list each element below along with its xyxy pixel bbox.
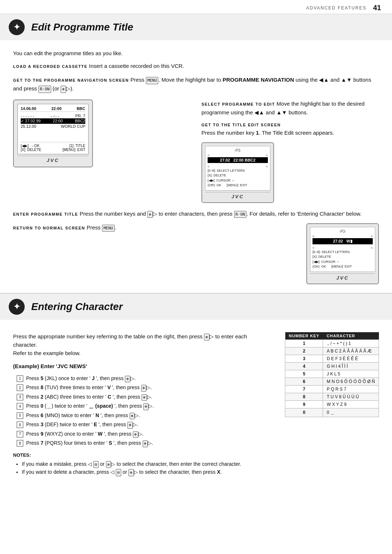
enter-title-label: ENTER PROGRAMME TITLE xyxy=(13,212,78,216)
table-cell-key: 3 xyxy=(285,355,323,362)
right-instructions-col: SELECT PROGRAMME TO EDIT Move the highli… xyxy=(201,99,379,203)
vcr-title-screen: -P3- ≈≈ 27.02 22:00 BBC2 ≈≈ [0–9]: SELEC… xyxy=(201,142,274,203)
table-cell-key: 8 xyxy=(285,393,323,400)
table-cell-key: 6 xyxy=(285,378,323,385)
note-item: If you make a mistake, press ◁ ⊟ or ⊕▷ t… xyxy=(22,460,269,468)
vcr-title-inner: -P3- ≈≈ 27.02 22:00 BBC2 ≈≈ [0–9]: SELEC… xyxy=(205,146,270,191)
vcr-main-screen: 14.06.00 22:00 BBC - - - - - - - -:- - P… xyxy=(13,99,93,167)
table-row: 9W X Y Z 9 xyxy=(285,400,379,408)
two-col-layout: 14.06.00 22:00 BBC - - - - - - - -:- - P… xyxy=(13,99,379,203)
vcr-row-worldcup: 25.12.00 WORLD CUP xyxy=(21,124,85,129)
notes-section: NOTES: If you make a mistake, press ◁ ⊟ … xyxy=(13,452,269,476)
return-instruction: RETURN TO NORMAL SCREEN Press MENU. xyxy=(13,223,281,232)
example-list: 1 Press 5 (JKL) once to enter ' J ', the… xyxy=(17,375,269,447)
vcr-second-jvc: JVC xyxy=(310,273,375,281)
enter-title-text: Press the number keys and ⊕▷ to enter ch… xyxy=(80,211,362,217)
vcr-title-row: 14.06.00 22:00 BBC xyxy=(21,106,85,112)
get-title-text: Press the number key 1. The Title Edit s… xyxy=(201,130,334,136)
list-item: 8 Press 7 (PQRS) four times to enter ' S… xyxy=(17,439,269,447)
table-cell-key: 4 xyxy=(285,362,323,370)
table-cell-char: 0 ＿ xyxy=(323,408,379,417)
col-header-key: NUMBER KEY xyxy=(285,332,323,340)
table-cell-char: M N O 6 Ô Ò Ó Ö Õ Ø Ñ xyxy=(323,378,379,385)
table-cell-char: P Q R S 7 xyxy=(323,385,379,393)
table-row: 5J K L 5 xyxy=(285,370,379,378)
table-cell-char: A B C 2 À Â Á Ã Ä Å Æ xyxy=(323,347,379,355)
table-cell-char: ., / – + * ( ) 1 xyxy=(323,339,379,347)
vcr-second-screen-col: -P3- ≈≈ 27.02 W▮ ≈≈ [0–9]: SELECT LETTER… xyxy=(306,223,379,284)
list-item: 1 Press 5 (JKL) once to enter ' J ', the… xyxy=(17,375,269,383)
char-table: NUMBER KEY CHARACTER 1., / – + * ( ) 12A… xyxy=(285,332,379,417)
table-row: 8T U V 8 Û Ù Ú Ü xyxy=(285,393,379,400)
edit-section-title: Edit Programme Title xyxy=(31,21,133,33)
edit-section-header: ✦ Edit Programme Title xyxy=(0,14,392,40)
page-header: ADVANCED FEATURES 41 xyxy=(0,0,392,14)
section-label: ADVANCED FEATURES xyxy=(306,5,367,11)
table-cell-key: 1 xyxy=(285,339,323,347)
table-row: 3D E F 3 È É Ê Ë xyxy=(285,355,379,362)
example-title: (Example) Enter 'JVC NEWS' xyxy=(13,362,269,370)
edit-intro: You can edit the programme titles as you… xyxy=(13,49,379,57)
load-label: LOAD A RECORDED CASSETTE xyxy=(13,64,87,69)
note-item: If you want to delete a character, press… xyxy=(22,468,269,476)
table-cell-char: W X Y Z 9 xyxy=(323,400,379,408)
return-text: Press MENU. xyxy=(87,224,116,231)
select-instruction: SELECT PROGRAMME TO EDIT Move the highli… xyxy=(201,99,379,117)
table-row: 6M N O 6 Ô Ò Ó Ö Õ Ø Ñ xyxy=(285,378,379,385)
vcr-main-col: 14.06.00 22:00 BBC - - - - - - - -:- - P… xyxy=(13,99,191,167)
char-table-col: NUMBER KEY CHARACTER 1., / – + * ( ) 12A… xyxy=(278,332,379,476)
edit-section-body: You can edit the programme titles as you… xyxy=(0,40,392,293)
table-cell-char: J K L 5 xyxy=(323,370,379,378)
col-header-char: CHARACTER xyxy=(323,332,379,340)
return-label: RETURN TO NORMAL SCREEN xyxy=(13,226,85,230)
table-row: 1., / – + * ( ) 1 xyxy=(285,339,379,347)
vcr-jvc-logo: JVC xyxy=(17,156,89,163)
load-instruction: LOAD A RECORDED CASSETTE Insert a casset… xyxy=(13,62,379,70)
list-item: 5 Press 6 (MNO) twice to enter ' N ', th… xyxy=(17,412,269,420)
notes-list: If you make a mistake, press ◁ ⊟ or ⊕▷ t… xyxy=(13,460,269,476)
table-row: 2A B C 2 À Â Á Ã Ä Å Æ xyxy=(285,347,379,355)
table-row: 00 ＿ xyxy=(285,408,379,417)
vcr-screen-inner: 14.06.00 22:00 BBC - - - - - - - -:- - P… xyxy=(17,104,89,154)
table-row: 4G H I 4 Î Ì Í xyxy=(285,362,379,370)
list-item: 2 Press 8 (TUV) three times to enter ' V… xyxy=(17,384,269,392)
list-item: 3 Press 2 (ABC) three times to enter ' C… xyxy=(17,393,269,401)
page-number: 41 xyxy=(373,4,381,12)
table-cell-key: 5 xyxy=(285,370,323,378)
enter-title-row: RETURN TO NORMAL SCREEN Press MENU. -P3-… xyxy=(13,223,379,284)
select-label: SELECT PROGRAMME TO EDIT xyxy=(201,102,275,106)
table-cell-key: 0 xyxy=(285,408,323,417)
entering-section-body: Press the appropriate number key referri… xyxy=(0,320,392,485)
vcr-row-dashes: - - - - - - - -:- - PR. 7 xyxy=(21,113,85,118)
table-cell-char: D E F 3 È É Ê Ë xyxy=(323,355,379,362)
entering-section-header: ✦ Entering Character xyxy=(0,294,392,320)
star-icon-2: ✦ xyxy=(9,299,25,315)
load-text: Insert a cassette recorded on this VCR. xyxy=(89,63,184,69)
enter-title-instruction: ENTER PROGRAMME TITLE Press the number k… xyxy=(13,209,379,218)
entering-section-title: Entering Character xyxy=(31,301,123,313)
vcr-footer: [◀▶]: →OK [1]: TITLE [X]: DELETE [MENU]:… xyxy=(21,142,85,152)
vcr-row-highlight: ✓ 27.02.99 22:00 BBC2 xyxy=(21,118,85,124)
table-cell-key: 7 xyxy=(285,385,323,393)
get-nav-instruction: GET TO THE PROGRAMME NAVIGATION SCREEN P… xyxy=(13,76,379,93)
get-title-instruction: GET TO THE TITLE EDIT SCREEN Press the n… xyxy=(201,122,379,137)
vcr-title-opts: [0–9]: SELECT LETTERS [X]: DELETE [◀▶]: … xyxy=(208,168,268,188)
notes-title: NOTES: xyxy=(13,452,269,458)
enter-char-left: Press the appropriate number key referri… xyxy=(13,332,269,476)
list-item: 6 Press 3 (DEF) twice to enter ' E ', th… xyxy=(17,421,269,429)
table-cell-key: 2 xyxy=(285,347,323,355)
entering-intro: Press the appropriate number key referri… xyxy=(13,332,269,358)
table-cell-key: 9 xyxy=(285,400,323,408)
list-item: 4 Press 0 (＿) twice to enter ' ＿ (space)… xyxy=(17,402,269,410)
list-item: 7 Press 9 (WXYZ) once to enter ' W ', th… xyxy=(17,430,269,438)
table-row: 7P Q R S 7 xyxy=(285,385,379,393)
vcr-title-screen2: -P3- ≈≈ 27.02 W▮ ≈≈ [0–9]: SELECT LETTER… xyxy=(306,223,379,284)
table-cell-char: T U V 8 Û Ù Ú Ü xyxy=(323,393,379,400)
star-icon: ✦ xyxy=(9,19,25,35)
table-cell-char: G H I 4 Î Ì Í xyxy=(323,362,379,370)
vcr-title-jvc: JVC xyxy=(205,192,270,199)
enter-char-layout: Press the appropriate number key referri… xyxy=(13,332,379,476)
get-nav-label: GET TO THE PROGRAMME NAVIGATION SCREEN xyxy=(13,78,129,82)
get-title-label: GET TO THE TITLE EDIT SCREEN xyxy=(201,122,379,129)
